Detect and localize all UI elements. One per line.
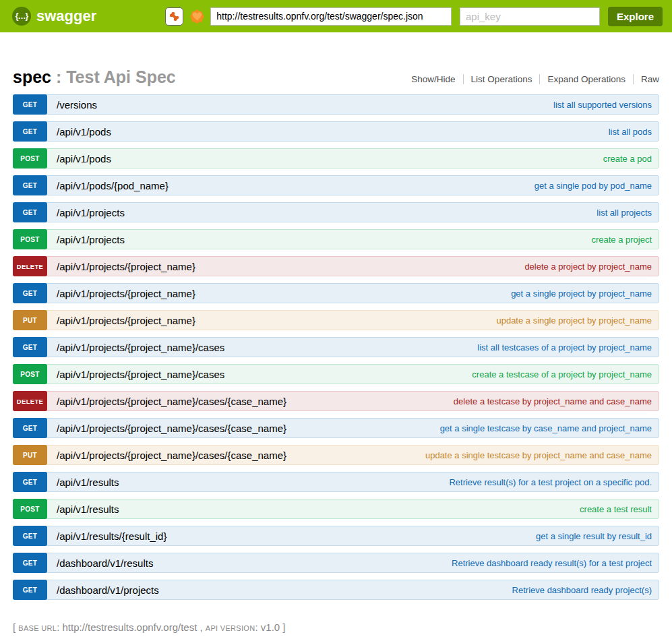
- operation-summary[interactable]: Retrieve result(s) for a test project on…: [449, 477, 652, 487]
- method-badge[interactable]: GET: [13, 94, 47, 115]
- method-badge[interactable]: POST: [13, 229, 47, 249]
- operation-row[interactable]: GET /api/v1/results/{result_id} get a si…: [13, 526, 659, 546]
- method-badge[interactable]: POST: [13, 148, 47, 169]
- endpoint-path[interactable]: /versions: [57, 99, 553, 111]
- endpoint-path[interactable]: /api/v1/projects/{project_name}: [57, 261, 524, 272]
- operation-summary[interactable]: list all projects: [597, 208, 652, 218]
- operation-row[interactable]: POST /api/v1/projects/{project_name}/cas…: [13, 364, 659, 384]
- endpoint-path[interactable]: /api/v1/projects/{project_name}/cases/{c…: [57, 450, 425, 461]
- header-icon-group: [165, 7, 206, 26]
- operation-summary[interactable]: Retrieve dashboard ready result(s) for a…: [452, 558, 652, 568]
- operation-row[interactable]: PUT /api/v1/projects/{project_name} upda…: [13, 310, 659, 330]
- method-badge[interactable]: GET: [13, 202, 47, 222]
- endpoint-path[interactable]: /api/v1/projects/{project_name}/cases/{c…: [57, 396, 454, 407]
- bone-button[interactable]: [165, 7, 183, 26]
- method-badge[interactable]: DELETE: [13, 391, 47, 411]
- base-url-value: http://testresults.opnfv.org/test: [63, 621, 197, 633]
- operation-summary[interactable]: list all testcases of a project by proje…: [477, 342, 652, 353]
- operation-row[interactable]: POST /api/v1/projects create a project: [13, 229, 659, 249]
- operation-row[interactable]: POST /api/v1/results create a test resul…: [13, 499, 659, 519]
- brand-link[interactable]: {…} swagger: [12, 7, 96, 26]
- api-version-value: v1.0: [261, 621, 280, 633]
- operation-row[interactable]: PUT /api/v1/projects/{project_name}/case…: [13, 445, 659, 465]
- operation-summary[interactable]: delete a testcase by project_name and ca…: [454, 396, 652, 406]
- operation-row[interactable]: GET /api/v1/projects/{project_name}/case…: [13, 418, 659, 438]
- operation-row[interactable]: GET /dashboard/v1/projects Retrieve dash…: [13, 580, 659, 600]
- endpoint-path[interactable]: /api/v1/projects/{project_name}: [57, 288, 511, 299]
- endpoint-path[interactable]: /api/v1/pods/{pod_name}: [57, 180, 534, 191]
- endpoint-path[interactable]: /api/v1/projects: [57, 234, 591, 245]
- endpoint-path[interactable]: /dashboard/v1/projects: [57, 584, 512, 596]
- endpoint-path[interactable]: /api/v1/projects/{project_name}/cases: [57, 342, 477, 353]
- operation-summary[interactable]: Retrieve dashboard ready project(s): [512, 585, 652, 595]
- operation-row[interactable]: GET /api/v1/projects list all projects: [13, 202, 659, 222]
- method-badge[interactable]: PUT: [13, 445, 47, 465]
- toolbar-link[interactable]: Raw: [641, 74, 659, 84]
- title-separator: :: [51, 67, 66, 86]
- spec-url-input[interactable]: [210, 7, 452, 26]
- api-description: Test Api Spec: [66, 67, 176, 86]
- method-badge[interactable]: PUT: [13, 310, 47, 330]
- operation-summary[interactable]: delete a project by project_name: [524, 262, 652, 272]
- operation-row[interactable]: GET /api/v1/pods/{pod_name} get a single…: [13, 175, 659, 195]
- method-badge[interactable]: GET: [13, 283, 47, 303]
- endpoint-path[interactable]: /api/v1/pods: [57, 126, 609, 138]
- operation-summary[interactable]: get a single result by result_id: [536, 531, 652, 541]
- operation-summary[interactable]: get a single pod by pod_name: [534, 181, 652, 191]
- toolbar-link[interactable]: Show/Hide: [411, 74, 455, 84]
- toolbar-link[interactable]: Expand Operations: [547, 74, 625, 84]
- endpoint-path[interactable]: /api/v1/projects: [57, 207, 597, 218]
- operation-row[interactable]: GET /api/v1/projects/{project_name} get …: [13, 283, 659, 303]
- endpoint-path[interactable]: /api/v1/projects/{project_name}: [57, 315, 496, 326]
- operation-summary[interactable]: get a single project by project_name: [511, 288, 652, 299]
- toolbar-link[interactable]: List Operations: [471, 74, 532, 84]
- operation-summary[interactable]: update a single project by project_name: [496, 315, 652, 326]
- method-badge[interactable]: GET: [13, 121, 47, 142]
- operation-summary[interactable]: list all pods: [609, 127, 652, 137]
- gear-heart-button[interactable]: [187, 7, 206, 26]
- operation-summary[interactable]: get a single testcase by case_name and p…: [440, 423, 652, 433]
- gear-heart-icon: [188, 7, 206, 26]
- method-badge[interactable]: DELETE: [13, 256, 47, 276]
- endpoint-path[interactable]: /api/v1/projects/{project_name}/cases/{c…: [57, 423, 440, 434]
- operation-row[interactable]: GET /dashboard/v1/results Retrieve dashb…: [13, 553, 659, 573]
- operation-summary[interactable]: update a single testcase by project_name…: [425, 450, 652, 460]
- operation-summary[interactable]: create a testcase of a project by projec…: [472, 369, 652, 379]
- operation-row[interactable]: DELETE /api/v1/projects/{project_name} d…: [13, 256, 659, 276]
- operation-row[interactable]: DELETE /api/v1/projects/{project_name}/c…: [13, 391, 659, 411]
- page-title: spec : Test Api Spec: [13, 67, 176, 87]
- resource-name: spec: [13, 67, 51, 86]
- operation-row[interactable]: GET /api/v1/results Retrieve result(s) f…: [13, 472, 659, 492]
- operation-summary[interactable]: create a project: [591, 235, 652, 245]
- method-badge[interactable]: GET: [13, 526, 47, 546]
- footer-bracket-close: ]: [280, 621, 285, 633]
- operation-row[interactable]: GET /api/v1/pods list all pods: [13, 121, 659, 142]
- bone-icon: [168, 10, 181, 23]
- explore-button[interactable]: Explore: [608, 7, 663, 26]
- method-badge[interactable]: GET: [13, 580, 47, 600]
- method-badge[interactable]: GET: [13, 175, 47, 195]
- endpoint-path[interactable]: /api/v1/projects/{project_name}/cases: [57, 369, 472, 380]
- method-badge[interactable]: POST: [13, 364, 47, 384]
- operation-summary[interactable]: create a pod: [603, 154, 652, 164]
- endpoint-path[interactable]: /api/v1/results/{result_id}: [57, 530, 536, 542]
- operation-summary[interactable]: list all supported versions: [553, 100, 652, 110]
- method-badge[interactable]: GET: [13, 553, 47, 573]
- operation-row[interactable]: POST /api/v1/pods create a pod: [13, 148, 659, 169]
- api-key-input[interactable]: [460, 7, 600, 26]
- endpoint-path[interactable]: /api/v1/pods: [57, 153, 603, 164]
- method-badge[interactable]: GET: [13, 337, 47, 357]
- operation-summary[interactable]: create a test result: [580, 504, 652, 514]
- method-badge[interactable]: GET: [13, 472, 47, 492]
- operation-row[interactable]: GET /api/v1/projects/{project_name}/case…: [13, 337, 659, 357]
- method-badge[interactable]: GET: [13, 418, 47, 438]
- footer-colon2: :: [255, 621, 260, 633]
- operations-list: GET /versions list all supported version…: [13, 94, 659, 600]
- method-badge[interactable]: POST: [13, 499, 47, 519]
- brand-title: swagger: [36, 7, 96, 25]
- endpoint-path[interactable]: /api/v1/results: [57, 503, 580, 515]
- operation-row[interactable]: GET /versions list all supported version…: [13, 94, 659, 115]
- swagger-logo-icon: {…}: [12, 7, 31, 26]
- endpoint-path[interactable]: /dashboard/v1/results: [57, 557, 452, 569]
- endpoint-path[interactable]: /api/v1/results: [57, 477, 449, 488]
